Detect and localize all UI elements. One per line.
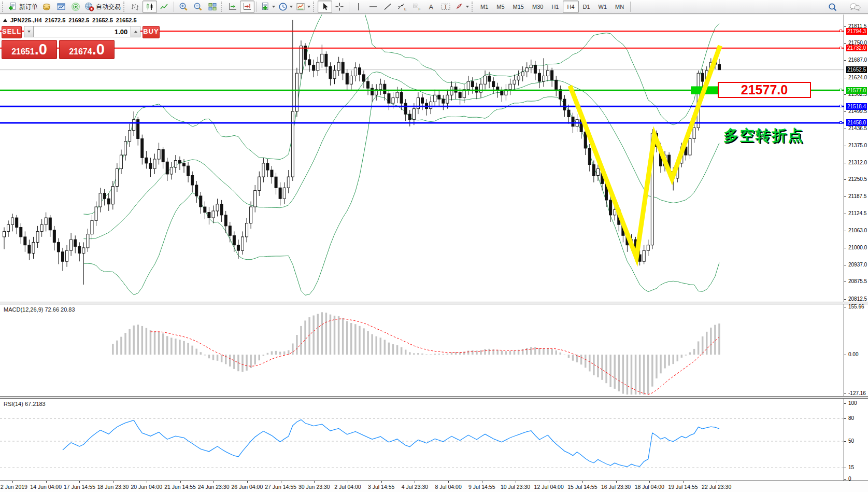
date-label: 21 Jun 14:55 [164,484,196,490]
date-tick [113,481,113,483]
price-tick [844,179,846,180]
vertical-line-button[interactable] [351,1,366,13]
new-order-button[interactable]: 新订单 [7,1,39,13]
candle-body [141,138,144,158]
candle-body [246,223,248,237]
chart-shift-icon [243,2,252,11]
timeframe-h1-button[interactable]: H1 [547,1,563,13]
chart-shift-button[interactable] [240,1,254,13]
search-button[interactable] [826,1,840,13]
templates-button[interactable] [294,1,312,13]
timeframe-w1-button[interactable]: W1 [594,1,611,13]
cursor-button[interactable] [318,1,332,13]
volume-increase-button[interactable] [131,26,140,37]
caret-up-icon [134,31,137,33]
zoom-in-button[interactable] [176,1,191,13]
candle-body [250,207,252,223]
chat-button[interactable] [847,1,863,13]
date-label: 30 Jun 23:30 [298,484,330,490]
timeframe-m1-button[interactable]: M1 [476,1,492,13]
date-axis[interactable]: 12 Jun 201914 Jun 04:0017 Jun 14:5518 Ju… [0,481,868,492]
date-tick [348,481,348,483]
sell-button[interactable]: SELL [2,26,22,38]
date-label: 19 Jul 14:55 [668,484,698,490]
buy-price[interactable]: 21674.0 [59,40,115,59]
candle-body [643,250,645,261]
arrows-button[interactable] [453,1,471,13]
macd-main-value: 72.66 [45,306,59,313]
rsi-tick [844,441,846,442]
date-tick [147,481,147,483]
zoom-out-button[interactable] [191,1,205,13]
timeframe-mn-button[interactable]: MN [611,1,628,13]
tile-windows-button[interactable] [205,1,220,13]
candle-body [530,65,532,67]
price-tick [844,111,846,112]
pane-separator[interactable] [0,302,868,304]
buy-button[interactable]: BUY [143,26,159,38]
text-button[interactable]: A [424,1,438,13]
timeframe-d1-button[interactable]: D1 [579,1,594,13]
fibonacci-button[interactable]: E [395,1,409,13]
volume-input[interactable] [34,26,131,37]
candle-body [308,60,311,65]
candle-body [346,73,348,84]
periods-button[interactable] [277,1,294,13]
price-tick-label: 21124.5 [848,210,866,217]
crosshair-icon [335,2,344,11]
horizontal-line-button[interactable] [366,1,380,13]
candle-body [70,240,73,250]
indicators-button[interactable] [259,1,277,13]
main-chart-canvas [0,15,844,302]
new-chart-button[interactable] [54,1,68,13]
candle-body [404,103,407,114]
sell-price[interactable]: 21651.0 [2,40,57,59]
grid-button[interactable]: F [409,1,424,13]
timeframe-m15-button[interactable]: M15 [509,1,528,13]
candle-body [341,62,344,73]
trendline-button[interactable] [380,1,395,13]
price-tick-label: 21436.5 [848,125,867,132]
price-tick [844,163,846,163]
date-tick [12,481,13,483]
bar-chart-button[interactable] [128,1,143,13]
buy-price-main: 21674 [69,44,92,60]
price-tick-label: 21063.0 [848,228,867,234]
rsi-tick-label: 50 [848,438,854,444]
price-tick [844,43,846,44]
candle-body [367,81,369,88]
timeframe-m5-button[interactable]: M5 [492,1,508,13]
crosshair-button[interactable] [332,1,347,13]
candlestick-chart-button[interactable] [143,1,157,13]
candle-body [371,88,374,95]
price-axis[interactable]: 21811.521750.021687.021624.021562.521499… [844,15,868,481]
signals-button[interactable] [68,1,83,13]
candle-body [647,245,649,251]
rsi-pane[interactable]: RSI(14) 67.2183 [0,399,844,481]
macd-pane[interactable]: MACD(12,26,9) 72.66 20.83 [0,304,844,396]
volume-decrease-button[interactable] [24,26,34,37]
price-tick-label: 21687.0 [848,57,867,63]
pane-separator[interactable] [0,396,868,399]
toolbar-separator [630,2,631,12]
main-chart-pane[interactable] [0,15,844,302]
date-label: 9 Jul 14:55 [468,484,495,490]
candle-body [262,163,265,177]
macd-tick [844,307,846,307]
date-tick [381,481,382,483]
auto-trading-icon [84,2,94,11]
price-line-label: 21458.0 [846,119,867,126]
timeframe-m30-button[interactable]: M30 [528,1,547,13]
candle-body [241,237,244,250]
auto-trading-button[interactable]: 自动交易 [83,1,122,13]
panel-collapse-icon[interactable] [3,19,7,22]
candle-body [120,155,122,168]
tile-windows-icon [208,2,217,11]
history-center-button[interactable] [39,1,54,13]
candle-body [325,54,328,66]
candle-body [78,246,81,253]
auto-scroll-button[interactable] [225,1,240,13]
text-label-button[interactable]: T [438,1,453,13]
timeframe-h4-button[interactable]: H4 [563,1,578,13]
line-chart-button[interactable] [157,1,172,13]
